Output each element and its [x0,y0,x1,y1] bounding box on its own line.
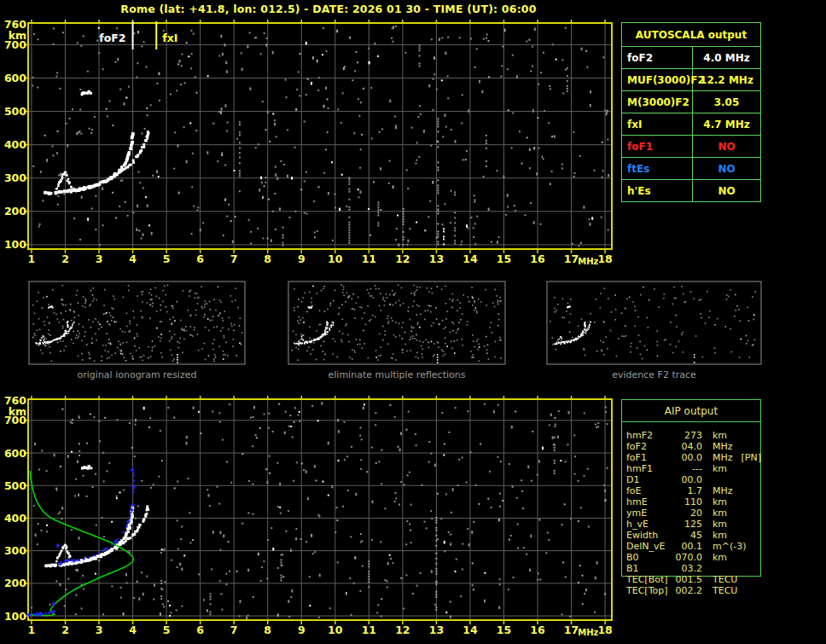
aip-row-value: 001.5 [674,574,702,585]
aip-row-value: 00.1 [674,541,702,552]
svg-text:14: 14 [462,252,478,265]
aip-row: D100.0 [626,474,759,485]
svg-text:4: 4 [129,624,137,636]
svg-text:10: 10 [328,252,343,265]
aip-row: foE1.7MHz [626,485,759,496]
svg-text:400: 400 [4,138,26,151]
autoscala-row-value: 4.7 MHz [693,113,760,135]
svg-text:8: 8 [264,252,271,265]
aip-row-unit: TECU [713,574,737,585]
aip-row-unit: km [713,496,727,508]
aip-row-unit: MHz [713,441,733,452]
thumbnail-caption-reflections: eliminate multiple reflections [288,369,505,381]
aip-row-unit: km [713,530,727,541]
svg-text:300: 300 [4,171,26,184]
aip-output-table: AIP output hmF2273kmfoF204.0MHzfoF100.0M… [621,399,761,614]
svg-text:100: 100 [4,610,26,623]
aip-row-unit: km [713,552,727,563]
autoscala-row-value: NO [693,158,760,179]
svg-text:7: 7 [230,252,238,265]
aip-row-value: 070.0 [674,552,702,563]
aip-row-label: Ewidth [626,530,674,541]
aip-row-value: 125 [674,519,702,530]
autoscala-table-rows: foF24.0 MHzMUF(3000)F212.2 MHzM(3000)F23… [622,47,760,201]
autoscala-row: h'EsNO [622,180,760,201]
svg-text:11: 11 [362,624,376,636]
aip-row-value: 03.2 [674,563,702,574]
svg-text:9: 9 [298,624,305,636]
svg-text:foF2: foF2 [99,32,125,44]
svg-text:16: 16 [530,624,545,636]
aip-row-label: hmF1 [626,463,674,474]
svg-text:11: 11 [362,252,376,265]
aip-row-label: B0 [626,552,674,563]
svg-text:MHz: MHz [578,257,598,266]
aip-row-label: TEC[Bot] [626,574,674,585]
svg-text:fxI: fxI [162,32,177,44]
aip-row-value: 20 [674,508,702,519]
svg-text:5: 5 [163,624,171,636]
page-title: Rome (lat: +41.8, lon: 012.5) - DATE: 20… [9,3,649,15]
thumbnail-2 [288,281,505,364]
autoscala-row: foF24.0 MHz [622,47,760,69]
autoscala-row: fxI4.7 MHz [622,113,760,136]
autoscala-row: ftEsNO [622,158,760,180]
autoscala-row-label: h'Es [622,180,693,201]
svg-text:12: 12 [395,252,410,265]
aip-row-value: 002.2 [674,585,702,596]
aip-row-value: 273 [674,430,702,441]
aip-row-value: 00.0 [674,474,702,485]
autoscala-row-label: foF1 [622,136,693,157]
svg-text:5: 5 [163,252,171,265]
aip-row-unit: km [713,430,727,441]
aip-row-note: [PN] [742,452,761,463]
autoscala-row-value: NO [693,136,760,157]
aip-row: hmF2273km [626,430,759,441]
aip-row-value: 110 [674,496,702,508]
svg-text:17: 17 [564,624,579,636]
svg-text:200: 200 [4,205,26,218]
aip-row-value: --- [674,463,702,474]
aip-row: B0070.0km [626,552,759,563]
autoscala-table-header: AUTOSCALA output [622,23,760,47]
svg-text:6: 6 [196,624,204,636]
aip-row-value: 1.7 [674,485,702,496]
svg-text:18: 18 [597,624,612,636]
svg-text:8: 8 [264,624,271,636]
aip-row-label: hmE [626,496,674,508]
svg-text:2: 2 [61,624,69,636]
aip-row-value: 04.0 [674,441,702,452]
aip-row: Ewidth45km [626,530,759,541]
svg-text:MHz: MHz [578,628,598,637]
svg-text:12: 12 [395,624,410,636]
aip-row-unit: km [713,463,727,474]
svg-text:600: 600 [4,72,26,84]
aip-row-label: hmF2 [626,430,674,441]
aip-row-label: D1 [626,474,674,485]
svg-text:600: 600 [4,447,26,460]
aip-table-header: AIP output [622,400,760,422]
autoscala-row-value: 12.2 MHz [693,69,760,90]
aip-row: DelN_vE00.1m^(-3) [626,541,759,552]
aip-row: hmF1---km [626,463,759,474]
svg-text:17: 17 [564,252,579,265]
svg-text:4: 4 [129,252,137,265]
aip-row-unit: m^(-3) [713,541,746,552]
autoscala-row: foF1NO [622,136,760,158]
svg-text:3: 3 [96,252,103,265]
aip-row: TEC[Top]002.2TECU [626,585,759,596]
autoscala-row-value: 3.05 [693,91,760,113]
aip-row-label: h_vE [626,519,674,530]
aip-row-value: 45 [674,530,702,541]
svg-text:2: 2 [61,252,69,265]
aip-row-label: TEC[Top] [626,585,674,596]
thumbnail-3 [547,281,761,364]
svg-text:200: 200 [4,577,26,589]
thumbnail-caption-original: original ionogram resized [29,369,245,381]
aip-row: B103.2 [626,563,759,574]
svg-text:1: 1 [28,624,36,636]
autoscala-output-table: AUTOSCALA output foF24.0 MHzMUF(3000)F21… [621,22,761,202]
bottom-ionogram-plot: 123456789101112131415161718MHz7607006005… [4,394,613,637]
svg-text:km: km [9,405,26,418]
autoscala-row-value: NO [693,180,760,201]
